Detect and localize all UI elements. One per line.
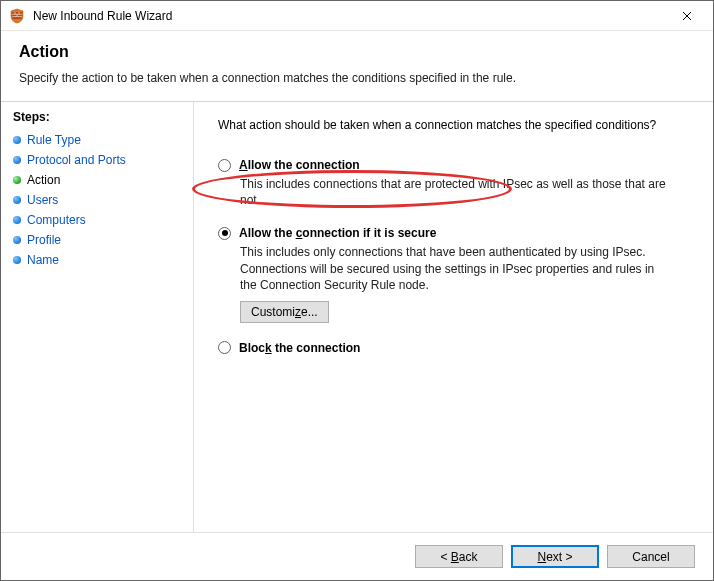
option-block: Block the connection bbox=[218, 341, 689, 355]
page-subtitle: Specify the action to be taken when a co… bbox=[19, 71, 695, 85]
step-name[interactable]: Name bbox=[13, 250, 189, 270]
option-desc-allow-secure: This includes only connections that have… bbox=[240, 244, 670, 293]
cancel-button[interactable]: Cancel bbox=[607, 545, 695, 568]
back-button[interactable]: < Back bbox=[415, 545, 503, 568]
radio-row-allow[interactable]: Allow the connection bbox=[218, 158, 689, 172]
bullet-icon bbox=[13, 236, 21, 244]
next-button[interactable]: Next > bbox=[511, 545, 599, 568]
wizard-header: Action Specify the action to be taken wh… bbox=[1, 31, 713, 95]
radio-label-allow: Allow the connection bbox=[239, 158, 360, 172]
bullet-icon bbox=[13, 216, 21, 224]
steps-title: Steps: bbox=[13, 110, 189, 124]
step-label: Users bbox=[27, 193, 58, 207]
option-allow: Allow the connectionThis includes connec… bbox=[218, 158, 689, 208]
step-rule-type[interactable]: Rule Type bbox=[13, 130, 189, 150]
wizard-footer: < Back Next > Cancel bbox=[1, 532, 713, 580]
bullet-icon bbox=[13, 196, 21, 204]
step-label: Computers bbox=[27, 213, 86, 227]
steps-sidebar: Steps: Rule TypeProtocol and PortsAction… bbox=[1, 102, 194, 577]
titlebar: New Inbound Rule Wizard bbox=[1, 1, 713, 31]
radio-allow[interactable] bbox=[218, 159, 231, 172]
page-title: Action bbox=[19, 43, 695, 61]
firewall-icon bbox=[9, 8, 25, 24]
radio-row-block[interactable]: Block the connection bbox=[218, 341, 689, 355]
option-desc-allow: This includes connections that are prote… bbox=[240, 176, 670, 208]
option-allow-secure: Allow the connection if it is secureThis… bbox=[218, 226, 689, 323]
step-protocol-and-ports[interactable]: Protocol and Ports bbox=[13, 150, 189, 170]
radio-label-block: Block the connection bbox=[239, 341, 360, 355]
bullet-icon bbox=[13, 256, 21, 264]
radio-allow-secure[interactable] bbox=[218, 227, 231, 240]
radio-block[interactable] bbox=[218, 341, 231, 354]
step-action: Action bbox=[13, 170, 189, 190]
bullet-icon bbox=[13, 136, 21, 144]
step-label: Profile bbox=[27, 233, 61, 247]
step-users[interactable]: Users bbox=[13, 190, 189, 210]
step-profile[interactable]: Profile bbox=[13, 230, 189, 250]
step-computers[interactable]: Computers bbox=[13, 210, 189, 230]
step-label: Rule Type bbox=[27, 133, 81, 147]
bullet-icon bbox=[13, 176, 21, 184]
step-label: Name bbox=[27, 253, 59, 267]
step-label: Protocol and Ports bbox=[27, 153, 126, 167]
main-content: What action should be taken when a conne… bbox=[194, 102, 713, 577]
step-label: Action bbox=[27, 173, 60, 187]
customize-button[interactable]: Customize... bbox=[240, 301, 329, 323]
radio-row-allow-secure[interactable]: Allow the connection if it is secure bbox=[218, 226, 689, 240]
question-text: What action should be taken when a conne… bbox=[218, 118, 689, 132]
radio-label-allow-secure: Allow the connection if it is secure bbox=[239, 226, 436, 240]
window-title: New Inbound Rule Wizard bbox=[33, 9, 667, 23]
close-button[interactable] bbox=[667, 2, 707, 30]
bullet-icon bbox=[13, 156, 21, 164]
